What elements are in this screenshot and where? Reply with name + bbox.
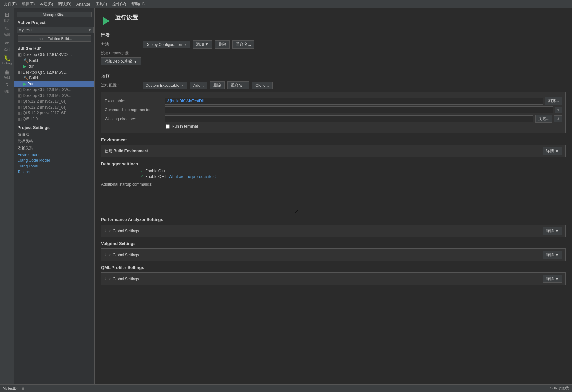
sidebar-debug[interactable]: 🐛 Debug: [1, 52, 14, 67]
menubar: 文件(F) 编辑(E) 构建(B) 调试(D) Analyze 工具(I) 控件…: [0, 0, 572, 8]
kit-icon: ◧: [18, 52, 22, 57]
menu-build[interactable]: 构建(B): [37, 1, 55, 7]
project-select[interactable]: MyTestDll: [17, 27, 94, 33]
run-delete-button[interactable]: 删除: [210, 81, 225, 89]
settings-clang-code-model[interactable]: Clang Code Model: [14, 157, 94, 163]
kit-msvc64-2-item[interactable]: ◧ Qt 5.12.2 (msvc2017_64): [14, 104, 94, 110]
valgrind-value-text: Use Global Settings: [105, 253, 139, 257]
import-build-button[interactable]: Import Existing Build...: [18, 35, 91, 42]
project-panel: Manage Kits... Active Project MyTestDll …: [14, 8, 95, 392]
executable-input[interactable]: [165, 98, 543, 105]
build-icon-2: 🔨: [23, 76, 28, 80]
perf-details-arrow-icon: ▼: [555, 229, 559, 233]
manage-kits-button[interactable]: Manage Kits...: [17, 12, 92, 17]
env-details-arrow-icon: ▼: [555, 149, 559, 154]
kit-run-item[interactable]: ▶ Run: [14, 63, 94, 69]
executable-browse-button[interactable]: 浏览...: [545, 97, 562, 105]
design-icon: ✏: [5, 40, 9, 47]
workdir-input[interactable]: [165, 115, 533, 122]
deploy-rename-button[interactable]: 重命名...: [232, 40, 254, 49]
run-rename-button[interactable]: 重命名...: [227, 81, 249, 89]
run-section-header: 运行: [101, 73, 566, 79]
menu-tools[interactable]: 工具(I): [93, 1, 110, 7]
menu-file[interactable]: 文件(F): [1, 1, 19, 7]
kit-desktop-msvc2-item[interactable]: ◧ Desktop Qt 5.12.9 MSVC2...: [14, 52, 94, 58]
perf-details-button[interactable]: 详情 ▼: [543, 227, 562, 235]
welcome-icon: ⊞: [5, 11, 9, 18]
menu-window[interactable]: 控件(W): [110, 1, 129, 7]
valgrind-section-header: Valgrind Settings: [101, 241, 566, 246]
disabled-kit-icon-6: ◧: [18, 117, 22, 121]
run-terminal-checkbox[interactable]: [166, 124, 170, 129]
kit-qt5129-item[interactable]: ◧ Qt5.12.9: [14, 116, 94, 122]
disabled-kit-icon-5: ◧: [18, 111, 22, 115]
kit-mingw2-item[interactable]: ◧ Desktop Qt 5.12.9 MinGW...: [14, 93, 94, 98]
disabled-kit-icon-1: ◧: [18, 87, 22, 92]
settings-codestyle[interactable]: 代码风格: [14, 138, 94, 145]
sidebar-design[interactable]: ✏ 设计: [1, 38, 14, 52]
deploy-method-dropdown[interactable]: Deploy Configuration ▼: [143, 41, 190, 48]
menu-help[interactable]: 帮助(H): [129, 1, 147, 7]
project-settings-title: Project Settings: [14, 122, 94, 131]
run-play-button[interactable]: [101, 16, 111, 26]
disabled-kit-icon-2: ◧: [18, 93, 22, 98]
run-icon-2: ▶: [23, 82, 26, 86]
enable-qml-label: Enable QML: [145, 174, 167, 179]
workdir-browse-button[interactable]: 浏览...: [535, 115, 552, 123]
perf-value-text: Use Global Settings: [105, 229, 139, 233]
valgrind-details-button[interactable]: 详情 ▼: [543, 251, 562, 259]
sidebar-welcome[interactable]: ⊞ 欢迎: [1, 10, 14, 24]
run-terminal-label: Run in terminal: [172, 124, 198, 129]
debug-icon: 🐛: [4, 54, 11, 61]
enable-cpp-row: ✓ Enable C++: [140, 169, 566, 173]
add-deploy-step-button[interactable]: 添加Deploy步骤 ▼: [101, 57, 141, 65]
run-icon: ▶: [23, 64, 26, 69]
sidebar-help[interactable]: ? 帮助: [1, 81, 14, 95]
qml-prereq-link[interactable]: What are the prerequisites?: [169, 174, 216, 179]
sidebar-project[interactable]: ▦ 项目: [1, 67, 14, 81]
check-cpp-icon: ✓: [140, 169, 143, 173]
settings-environment[interactable]: Environment: [14, 152, 94, 157]
env-details-button[interactable]: 详情 ▼: [543, 147, 562, 155]
play-triangle-icon: [103, 17, 110, 25]
startup-commands-row: Additional startup commands:: [101, 181, 566, 213]
settings-clang-tools[interactable]: Clang Tools: [14, 163, 94, 169]
cmdargs-arrow-icon[interactable]: ▼: [555, 107, 562, 113]
workdir-reset-button[interactable]: ↺: [554, 115, 562, 122]
page-title: 运行设置: [115, 14, 138, 23]
kit-msvc64-3-item[interactable]: ◧ Qt 5.12.2 (msvc2017_64): [14, 110, 94, 116]
run-config-dropdown[interactable]: Custom Executable ▼: [143, 82, 187, 89]
sidebar-edit[interactable]: ✎ 编辑: [1, 24, 14, 38]
run-terminal-row: Run in terminal: [166, 124, 562, 129]
deploy-delete-button[interactable]: 删除: [215, 40, 230, 49]
kit-build-item[interactable]: 🔨 Build: [14, 58, 94, 63]
perf-settings-box: Use Global Settings 详情 ▼: [101, 225, 566, 237]
menu-debug[interactable]: 调试(D): [55, 1, 74, 7]
status-project-name: MyTestDll: [3, 386, 18, 390]
run-clone-button[interactable]: Clone...: [252, 82, 272, 89]
valgrind-details-arrow-icon: ▼: [555, 253, 559, 257]
status-right-text: CSDN @妙为: [548, 386, 569, 391]
settings-testing[interactable]: Testing: [14, 169, 94, 175]
settings-editor[interactable]: 编辑器: [14, 131, 94, 138]
run-add-button[interactable]: Add...: [190, 82, 207, 89]
kit-msvc64-1-item[interactable]: ◧ Qt 5.12.2 (msvc2017_64): [14, 98, 94, 104]
valgrind-settings-box: Use Global Settings 详情 ▼: [101, 248, 566, 261]
startup-textarea[interactable]: [162, 181, 298, 213]
build-run-title: Build & Run: [14, 43, 94, 52]
deploy-add-button[interactable]: 添加 ▼: [193, 40, 212, 49]
kit2-run-item[interactable]: ▶ Run: [14, 81, 94, 87]
environment-box: 使用 Build Environment 详情 ▼: [101, 145, 566, 157]
qml-profiler-details-button[interactable]: 详情 ▼: [543, 275, 562, 283]
kit-desktop-msvc3-item[interactable]: ◧ Desktop Qt 5.12.9 MSVC...: [14, 69, 94, 75]
menu-edit[interactable]: 编辑(E): [19, 1, 37, 7]
cmdargs-input[interactable]: [165, 106, 553, 113]
icon-sidebar: ⊞ 欢迎 ✎ 编辑 ✏ 设计 🐛 Debug ▦ 项目 ? 帮助: [0, 8, 14, 392]
settings-deps[interactable]: 依赖关系: [14, 145, 94, 152]
menu-analyze[interactable]: Analyze: [74, 1, 93, 7]
kit2-build-item[interactable]: 🔨 Build: [14, 75, 94, 81]
enable-cpp-label: Enable C++: [145, 169, 166, 173]
kit-mingw1-item[interactable]: ◧ Desktop Qt 5.12.9 MinGW...: [14, 87, 94, 93]
run-config-row: 运行配置： Custom Executable ▼ Add... 删除 重命名.…: [101, 81, 566, 89]
deploy-add-arrow-icon: ▼: [205, 42, 209, 47]
